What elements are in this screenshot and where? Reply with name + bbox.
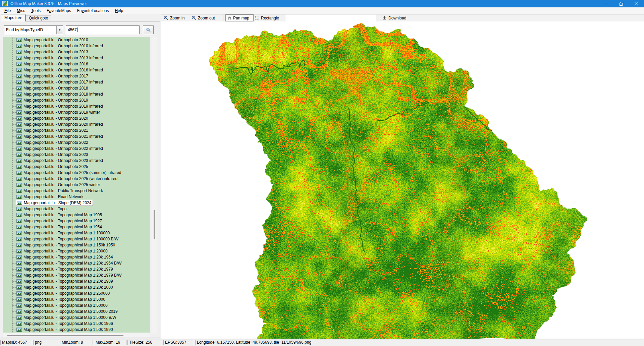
tree-item[interactable]: Map.geoportail.lu - Topographical Map 1:… (3, 236, 150, 242)
tree-item[interactable]: Map.geoportail.lu - Topographical Map 1:… (3, 327, 150, 333)
find-by-dropdown[interactable]: Find by MapsTypeID ▼ (4, 25, 63, 34)
image-thumbnail-icon (16, 195, 22, 199)
menu-help[interactable]: Help (112, 8, 126, 14)
chevron-down-icon[interactable]: ▼ (56, 26, 63, 34)
map-canvas[interactable] (161, 21, 644, 339)
menu-tools[interactable]: Tools (28, 8, 44, 14)
tree-item[interactable]: Map.geoportail.lu - Orthophoto 2019 wint… (3, 109, 150, 115)
tree-item[interactable]: Map.geoportail.lu - Orthophoto 2018 infr… (3, 91, 150, 97)
tree-item[interactable]: Map.geoportail.lu - Orthophoto 2022 (3, 139, 150, 146)
tree-item[interactable]: Map.geoportail.lu - Orthophoto 2025 (3, 164, 150, 170)
tree-item[interactable]: Map.geoportail.lu - Topographical Map 1:… (3, 278, 150, 284)
tree-item[interactable]: Map.geoportail.lu - Orthophoto 2017 infr… (3, 79, 150, 85)
tree-item[interactable]: Map.geoportail.lu - Orthophoto 2020 infr… (3, 121, 150, 127)
tree-item[interactable]: Map.geoportail.lu - Topographical Map 1:… (3, 254, 150, 260)
tree-item[interactable]: Map.geoportail.lu - Topographical Map 19… (3, 212, 150, 218)
tree-item[interactable]: Map.geoportail.lu - Orthophoto 2013 infr… (3, 55, 150, 61)
tree-item[interactable]: Map.geoportail.lu - Orthophoto 2025 (sum… (3, 170, 150, 176)
tree-item[interactable]: Map.geoportail.lu - Topographical Map 1:… (3, 314, 150, 321)
tree-item[interactable]: Map.geoportail.lu - Topographical Map 1:… (3, 321, 150, 327)
horizontal-scrollbar[interactable] (3, 333, 150, 338)
tab-quick-goto[interactable]: Quick goto (25, 15, 51, 21)
tree-item[interactable]: Map.geoportail.lu - Topographical Map 1:… (3, 248, 150, 254)
image-thumbnail-icon (16, 74, 22, 78)
tree-item-content: Map.geoportail.lu - Orthophoto 2023 (16, 152, 90, 157)
tree-item[interactable]: Map.geoportail.lu - Orthophoto 2017 (3, 73, 150, 79)
image-thumbnail-icon (16, 315, 22, 320)
tree-item-label: Map.geoportail.lu - Topographical Map 19… (23, 213, 102, 217)
horizontal-scrollbar-thumb[interactable] (7, 335, 123, 336)
tree-item[interactable]: Map.geoportail.lu - Topo (3, 206, 150, 212)
tree-item-content: Map.geoportail.lu - Orthophoto 2013 (16, 49, 90, 55)
tree-item-label: Map.geoportail.lu - Orthophoto 2013 (23, 50, 88, 54)
tree-item-label: Map.geoportail.lu - Orthophoto 2018 (23, 86, 88, 91)
menubar: FileMiscToolsFavoriteMapsFavoriteLocatio… (0, 7, 644, 14)
search-button[interactable] (143, 25, 154, 34)
tree-item[interactable]: Map.geoportail.lu - Topographical Map 1:… (3, 230, 150, 236)
image-thumbnail-icon (16, 322, 22, 326)
window-title: Offline Map Maker 8.375 - Maps Previewer (10, 1, 87, 6)
tree-item[interactable]: Map.geoportail.lu - Orthophoto 2013 (3, 49, 150, 55)
status-maps-id: MapsID: 4567 (0, 340, 32, 345)
tree-item[interactable]: Map.geoportail.lu - Orthophoto 2019 infr… (3, 103, 150, 109)
tree-item-label: Map.geoportail.lu - Orthophoto 2025 (win… (23, 176, 117, 181)
tree-item-label: Map.geoportail.lu - Topographical Map 1:… (23, 279, 113, 284)
menu-misc[interactable]: Misc (14, 8, 28, 14)
tree-item[interactable]: Map.geoportail.lu - Road Network (3, 194, 150, 200)
image-thumbnail-icon (16, 297, 22, 302)
restore-button[interactable] (614, 0, 629, 7)
image-thumbnail-icon (16, 243, 22, 247)
tree-item-content: Map.geoportail.lu - Orthophoto 2016 infr… (16, 67, 104, 73)
tree-item[interactable]: Map.geoportail.lu - Orthophoto 2018 (3, 85, 150, 91)
tree-item[interactable]: Map.geoportail.lu - Orthophoto 2023 (3, 152, 150, 158)
tree-item[interactable]: Map.geoportail.lu - Orthophoto 2016 (3, 61, 150, 67)
tab-maps-tree[interactable]: Maps tree (1, 14, 25, 21)
menu-file[interactable]: File (1, 8, 14, 14)
vertical-scrollbar[interactable] (152, 37, 157, 333)
tree-item[interactable]: Map.geoportail.lu - Orthophoto 2020 (3, 115, 150, 121)
tree-item[interactable]: Map.geoportail.lu - Orthophoto 2010 infr… (3, 43, 150, 49)
tree-item[interactable]: Map.geoportail.lu - Topographical Map 1:… (3, 296, 150, 302)
tree-item[interactable]: Map.geoportail.lu - Topographical Map 19… (3, 218, 150, 224)
tree-item[interactable]: Map.geoportail.lu - Topographical Map 1:… (3, 260, 150, 266)
image-thumbnail-icon (16, 38, 22, 42)
tree-item[interactable]: Map.geoportail.lu - Orthophoto 2022 infr… (3, 146, 150, 152)
image-thumbnail-icon (16, 249, 22, 253)
tree-item-content: Map.geoportail.lu - Topographical Map 1:… (16, 230, 111, 236)
tree-item[interactable]: Map.geoportail.lu - Topographical Map 1:… (3, 272, 150, 278)
image-thumbnail-icon (16, 273, 22, 278)
tree-item[interactable]: Map.geoportail.lu - Orthophoto 2025 (win… (3, 176, 150, 182)
toolbar-input[interactable] (286, 15, 376, 21)
tree-item[interactable]: Map.geoportail.lu - Orthophoto 2023 infr… (3, 158, 150, 164)
search-input[interactable]: 4567 (66, 25, 140, 34)
zoom-in-button[interactable]: Zoom in (162, 14, 186, 21)
image-thumbnail-icon (16, 309, 22, 314)
tree-item[interactable]: Map.geoportail.lu - Orthophoto 2016 infr… (3, 67, 150, 73)
vertical-scrollbar-thumb[interactable] (154, 210, 155, 239)
tree-item[interactable]: Map.geoportail.lu - Public Transport Net… (3, 188, 150, 194)
pan-map-button[interactable]: Pan map (225, 14, 254, 21)
tree-item[interactable]: Map.geoportail.lu - Orthophoto 2025 wint… (3, 182, 150, 188)
tree-item[interactable]: Map.geoportail.lu - Orthophoto 2021 (3, 127, 150, 133)
minimize-button[interactable] (599, 0, 614, 7)
tree-item[interactable]: Map.geoportail.lu - Slope (DEM) 2024 (3, 200, 150, 206)
tree-item[interactable]: Map.geoportail.lu - Topographical Map 1:… (3, 302, 150, 308)
tree-item[interactable]: Map.geoportail.lu - Topographical Map 1:… (3, 284, 150, 290)
tree-item[interactable]: Map.geoportail.lu - Topographical Map 1:… (3, 308, 150, 314)
menu-favoritemaps[interactable]: FavoriteMaps (44, 8, 74, 14)
menu-favoritelocations[interactable]: FavoriteLocations (74, 8, 112, 14)
tree-item-label: Map.geoportail.lu - Topographical Map 1:… (23, 255, 113, 260)
tree-item[interactable]: Map.geoportail.lu - Topographical Map 19… (3, 224, 150, 230)
tree-item[interactable]: Map.geoportail.lu - Orthophoto 2019 (3, 97, 150, 103)
rectangle-button[interactable]: Rectangle (253, 14, 281, 21)
tree-item[interactable]: Map.geoportail.lu - Orthophoto 2010 (3, 37, 150, 43)
tree-item[interactable]: Map.geoportail.lu - Topographical Map 1:… (3, 242, 150, 248)
tree-item-content: Map.geoportail.lu - Topographical Map 1:… (16, 273, 123, 278)
zoom-out-button[interactable]: Zoom out (190, 14, 217, 21)
tree-item[interactable]: Map.geoportail.lu - Topographical Map 1:… (3, 290, 150, 296)
close-button[interactable] (629, 0, 644, 7)
tree-item[interactable]: Map.geoportail.lu - Topographical Map 1:… (3, 266, 150, 272)
tree-item-label: Map.geoportail.lu - Orthophoto 2017 (23, 74, 88, 78)
download-button[interactable]: Download (381, 14, 408, 21)
tree-item[interactable]: Map.geoportail.lu - Orthophoto 2021 infr… (3, 133, 150, 139)
